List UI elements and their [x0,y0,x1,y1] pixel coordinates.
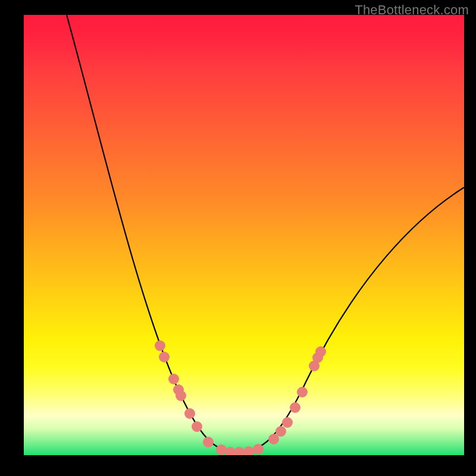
plot-area [24,15,464,455]
chart-container: TheBottleneck.com [0,0,476,476]
data-point [253,444,264,455]
data-point [203,437,214,447]
data-point [290,402,300,413]
data-point [168,374,179,384]
data-point [282,417,293,428]
data-point [192,421,202,432]
data-point [176,390,186,401]
data-point [275,426,286,437]
curve-svg [24,15,464,455]
marker-group [155,340,326,455]
data-point [315,346,326,357]
bottleneck-curve [67,15,464,452]
data-point [297,387,308,397]
data-point [159,352,170,362]
data-point [234,447,245,455]
data-point [243,446,254,455]
data-point [155,340,165,351]
data-point [184,408,195,419]
